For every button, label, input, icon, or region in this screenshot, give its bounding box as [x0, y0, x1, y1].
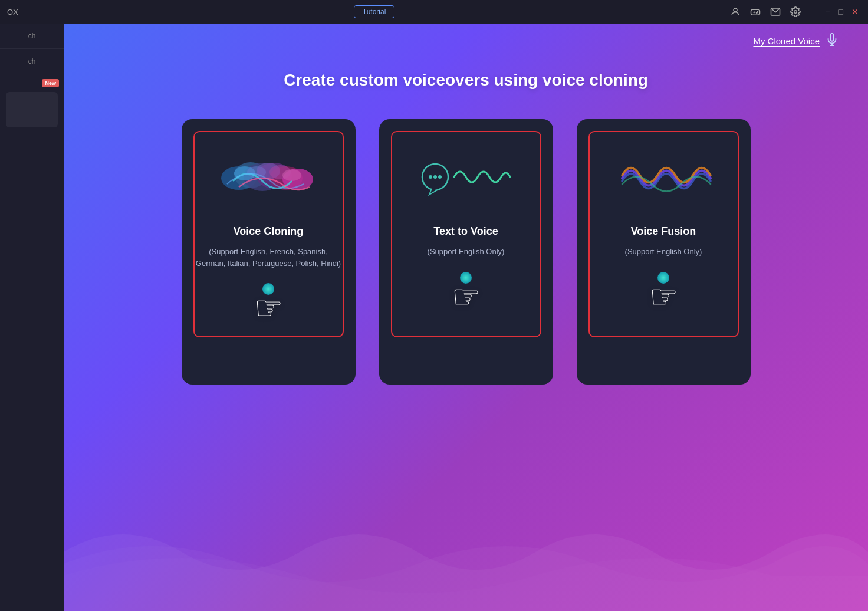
voice-cloning-title: Voice Cloning [234, 225, 304, 238]
voice-fusion-icon-area [604, 149, 722, 208]
text-to-voice-title: Text to Voice [433, 225, 498, 238]
svg-point-5 [794, 11, 797, 14]
main-content: My Cloned Voice Create custom voiceovers… [64, 24, 868, 611]
user-icon[interactable] [730, 6, 741, 17]
voice-fusion-title: Voice Fusion [631, 225, 696, 238]
sidebar-label-1: ch [28, 32, 36, 40]
svg-point-20 [429, 175, 432, 179]
page-title: Create custom voiceovers using voice clo… [284, 71, 648, 90]
mail-icon[interactable] [770, 6, 781, 17]
sidebar-item-1[interactable]: ch [0, 24, 64, 49]
minimize-button[interactable]: − [825, 7, 830, 17]
voice-cloning-card[interactable]: Voice Cloning (Support English, French, … [182, 119, 356, 385]
gamepad-icon[interactable] [750, 6, 761, 17]
svg-point-18 [282, 169, 301, 181]
sidebar-block [6, 92, 58, 127]
voice-cloning-icon-area [209, 149, 327, 208]
bg-waves [64, 493, 868, 611]
text-to-voice-icon-area [407, 149, 525, 208]
cloned-voice-link[interactable]: My Cloned Voice [753, 33, 839, 49]
sidebar-label-2: ch [28, 57, 36, 65]
voice-cloning-subtitle: (Support English, French, Spanish, Germa… [196, 246, 341, 269]
voice-fusion-cursor: ☞ [649, 272, 678, 316]
app-name: OX [7, 8, 18, 17]
cards-container: Voice Cloning (Support English, French, … [158, 119, 774, 385]
voice-fusion-subtitle: (Support English Only) [625, 246, 702, 258]
voice-fusion-card[interactable]: Voice Fusion (Support English Only) ☞ [577, 119, 751, 385]
sidebar-item-new[interactable]: New [0, 74, 64, 136]
tutorial-button[interactable]: Tutorial [354, 5, 395, 18]
settings-icon[interactable] [790, 6, 801, 17]
text-to-voice-cursor: ☞ [452, 272, 481, 316]
cloned-voice-label: My Cloned Voice [753, 36, 820, 46]
svg-point-21 [433, 175, 437, 179]
text-to-voice-subtitle: (Support English Only) [428, 246, 505, 258]
maximize-button[interactable]: □ [839, 7, 843, 17]
sidebar: ch ch New [0, 24, 64, 611]
title-bar: OX Tutorial − □ ✕ [0, 0, 868, 24]
mic-icon [826, 33, 839, 49]
svg-point-3 [757, 12, 758, 14]
svg-rect-1 [751, 9, 760, 15]
svg-point-22 [438, 175, 442, 179]
new-badge: New [42, 79, 59, 87]
voice-cloning-cursor: ☞ [254, 283, 283, 327]
close-button[interactable]: ✕ [851, 7, 859, 17]
svg-point-0 [734, 8, 737, 12]
text-to-voice-card[interactable]: Text to Voice (Support English Only) ☞ [379, 119, 553, 385]
sidebar-item-2[interactable]: ch [0, 49, 64, 74]
